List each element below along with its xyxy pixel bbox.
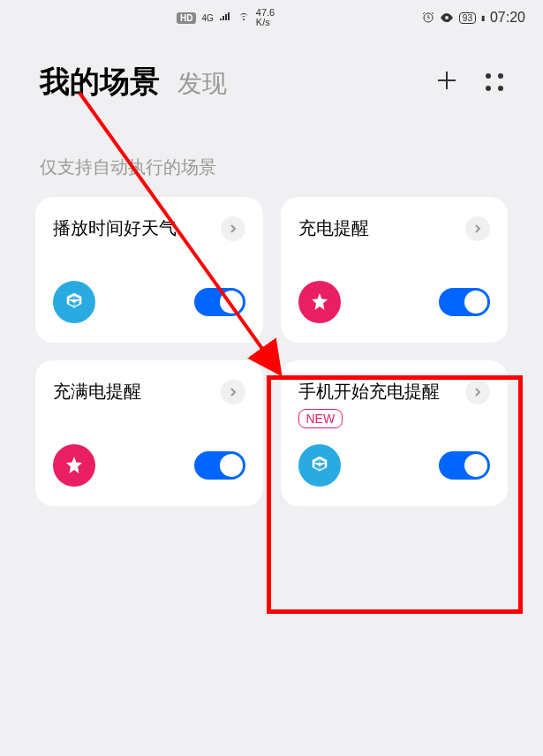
status-left: HD 4G 47.6K/s: [177, 8, 275, 27]
section-label: 仅支持自动执行的场景: [0, 120, 543, 197]
scene-card-weather[interactable]: 播放时间好天气: [35, 197, 263, 343]
clock: 07:20: [490, 10, 525, 26]
card-title: 手机开始充电提醒: [298, 380, 440, 404]
toggle-switch[interactable]: [439, 451, 490, 480]
signal-icon: [219, 11, 231, 25]
card-title: 充电提醒: [298, 216, 369, 240]
hd-icon: HD: [177, 12, 196, 24]
cube-icon: [53, 281, 95, 323]
scene-card-charge-remind[interactable]: 充电提醒: [281, 197, 509, 343]
battery-tip-icon: ▮: [481, 14, 485, 22]
header: 我的场景 发现: [0, 35, 543, 120]
network-label: 4G: [201, 13, 213, 23]
header-tabs: 我的场景 发现: [40, 62, 227, 102]
chevron-right-icon[interactable]: [465, 216, 490, 241]
card-title: 充满电提醒: [53, 380, 141, 404]
toggle-switch[interactable]: [194, 451, 245, 480]
menu-dots-icon[interactable]: [486, 73, 503, 91]
battery-icon: 93: [459, 12, 476, 24]
scene-card-start-charge[interactable]: 手机开始充电提醒 NEW: [281, 360, 509, 506]
speed-display: 47.6K/s: [256, 8, 275, 27]
toggle-switch[interactable]: [439, 288, 490, 316]
toggle-switch[interactable]: [194, 288, 245, 316]
scene-card-full-charge[interactable]: 充满电提醒: [35, 360, 263, 506]
chevron-right-icon[interactable]: [221, 216, 245, 241]
wifi-icon: [237, 11, 251, 25]
tab-discover[interactable]: 发现: [177, 67, 227, 101]
add-button[interactable]: [434, 65, 459, 100]
star-icon: [53, 444, 95, 487]
eye-icon: [440, 11, 454, 25]
scene-grid: 播放时间好天气 充电提醒 充满电提醒: [0, 197, 543, 506]
header-actions: [434, 65, 503, 100]
new-badge: NEW: [298, 409, 343, 428]
status-bar: HD 4G 47.6K/s 93 ▮ 07:20: [0, 0, 543, 35]
chevron-right-icon[interactable]: [221, 380, 245, 404]
chevron-right-icon[interactable]: [465, 380, 490, 404]
tab-my-scenes[interactable]: 我的场景: [40, 62, 160, 102]
card-title: 播放时间好天气: [53, 216, 177, 240]
star-icon: [298, 281, 341, 323]
cube-icon: [298, 444, 341, 487]
status-right: 93 ▮ 07:20: [422, 10, 525, 26]
alarm-icon: [422, 11, 434, 26]
